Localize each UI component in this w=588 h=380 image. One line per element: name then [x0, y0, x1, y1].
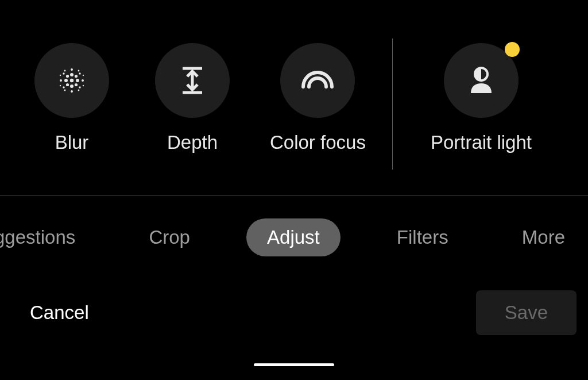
depth-label: Depth	[167, 132, 218, 153]
svg-point-0	[70, 79, 74, 82]
svg-point-21	[60, 75, 61, 76]
tool-divider	[392, 39, 393, 170]
section-divider	[0, 195, 588, 196]
portrait-light-badge	[505, 42, 520, 57]
svg-point-2	[76, 79, 79, 82]
svg-point-10	[82, 79, 84, 82]
svg-point-19	[64, 90, 66, 91]
editor-tabs: ggestions Crop Adjust Filters More	[0, 218, 588, 256]
home-indicator[interactable]	[254, 363, 334, 366]
tab-more[interactable]: More	[505, 220, 582, 255]
color-focus-label: Color focus	[270, 132, 366, 153]
svg-point-15	[63, 86, 64, 88]
tool-color-focus[interactable]: Color focus	[270, 43, 366, 153]
tab-crop[interactable]: Crop	[131, 220, 207, 255]
bottom-actions: Cancel Save	[0, 290, 588, 335]
tab-suggestions[interactable]: ggestions	[0, 220, 92, 255]
blur-label: Blur	[55, 132, 89, 153]
tool-depth[interactable]: Depth	[155, 43, 230, 153]
svg-point-17	[64, 70, 66, 72]
portrait-light-circle	[444, 43, 519, 118]
svg-point-13	[63, 72, 64, 74]
svg-point-7	[66, 83, 69, 86]
color-focus-circle	[280, 43, 355, 118]
portrait-light-icon	[465, 64, 497, 97]
tool-group-left: Blur Depth	[34, 43, 392, 153]
svg-point-11	[71, 68, 73, 71]
tool-portrait-light[interactable]: Portrait light	[431, 43, 532, 153]
color-focus-icon	[297, 66, 338, 95]
blur-icon	[54, 63, 90, 98]
svg-point-16	[79, 86, 80, 88]
svg-point-1	[64, 79, 68, 82]
adjust-tools-row: Blur Depth	[0, 0, 588, 170]
svg-point-23	[60, 85, 61, 86]
tool-blur[interactable]: Blur	[34, 43, 109, 153]
svg-point-3	[70, 73, 74, 76]
svg-point-9	[60, 79, 62, 82]
svg-point-14	[79, 72, 80, 74]
svg-point-24	[83, 85, 84, 86]
tab-adjust[interactable]: Adjust	[246, 218, 341, 256]
svg-point-22	[83, 75, 84, 76]
tab-filters[interactable]: Filters	[380, 220, 466, 255]
svg-point-6	[75, 75, 78, 78]
blur-circle	[34, 43, 109, 118]
svg-point-12	[71, 90, 73, 93]
depth-circle	[155, 43, 230, 118]
save-button[interactable]: Save	[476, 290, 577, 335]
svg-point-8	[75, 83, 78, 86]
svg-point-18	[78, 70, 80, 72]
portrait-light-label: Portrait light	[431, 132, 532, 153]
svg-point-20	[78, 90, 80, 91]
cancel-button[interactable]: Cancel	[30, 302, 89, 324]
svg-point-4	[70, 85, 74, 88]
depth-icon	[177, 63, 208, 98]
svg-point-5	[66, 75, 69, 78]
